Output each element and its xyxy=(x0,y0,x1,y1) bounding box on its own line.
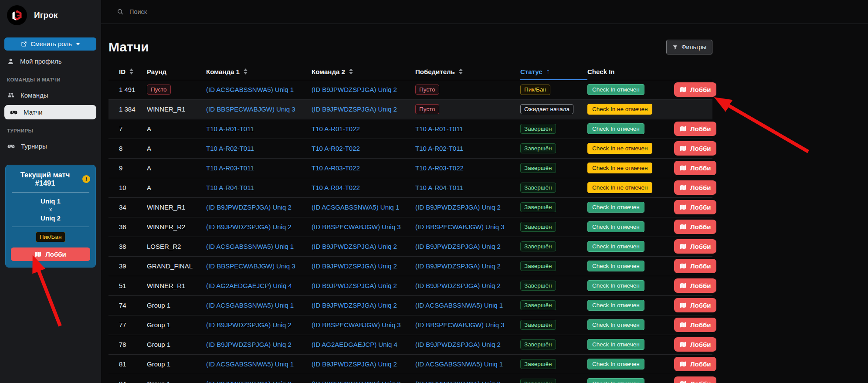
team1-cell: (ID ACSGABSSNWA5) Uniq 1 xyxy=(206,354,312,374)
lobby-button[interactable]: Лобби xyxy=(674,220,716,234)
team2-link[interactable]: T10 A-R01-T022 xyxy=(312,125,360,132)
team1-link[interactable]: (ID AG2AEDGAEJCP) Uniq 4 xyxy=(206,282,292,289)
sidebar-item-profile[interactable]: Мой профиль xyxy=(0,54,101,68)
team1-link[interactable]: (ID ACSGABSSNWA5) Uniq 1 xyxy=(206,86,294,93)
empty-badge: Пусто xyxy=(415,104,439,115)
team1-link[interactable]: (ID B9JPWDZSPJGA) Uniq 2 xyxy=(206,380,292,383)
lobby-button[interactable]: Лобби xyxy=(674,200,716,214)
lobby-button[interactable]: Лобби xyxy=(674,239,716,254)
team2-link[interactable]: (ID BBSPECWABJGW) Uniq 3 xyxy=(312,380,400,383)
team2-link[interactable]: (ID BBSPECWABJGW) Uniq 3 xyxy=(312,321,400,329)
map-icon xyxy=(35,251,41,258)
status-cell: Пик/Бан xyxy=(520,80,587,99)
lobby-button[interactable]: Лобби xyxy=(674,82,716,97)
lobby-button[interactable]: Лобби xyxy=(674,180,716,195)
winner-cell: (ID B9JPWDZSPJGA) Uniq 2 xyxy=(415,237,520,256)
column-header-Статус[interactable]: Статус↑ xyxy=(520,64,587,80)
team1-link[interactable]: (ID B9JPWDZSPJGA) Uniq 2 xyxy=(206,223,292,230)
sidebar-item-teams[interactable]: Команды xyxy=(0,88,101,102)
winner-link[interactable]: T10 A-R01-T011 xyxy=(415,125,463,132)
winner-cell: (ID BBSPECWABJGW) Uniq 3 xyxy=(415,217,520,237)
column-header-Раунд[interactable]: Раунд xyxy=(147,64,206,80)
team1-cell: (ID B9JPWDZSPJGA) Uniq 2 xyxy=(206,217,312,237)
column-header-Победитель[interactable]: Победитель xyxy=(415,64,520,80)
lobby-button[interactable]: Лобби xyxy=(674,122,716,136)
status-cell: Завершён xyxy=(520,119,587,139)
team2-link[interactable]: (ID B9JPWDZSPJGA) Uniq 2 xyxy=(312,105,397,113)
team2-link[interactable]: T10 A-R02-T022 xyxy=(312,145,360,152)
topbar xyxy=(101,0,868,24)
filters-button[interactable]: Фильтры xyxy=(666,40,712,54)
team2-link[interactable]: (ID B9JPWDZSPJGA) Uniq 2 xyxy=(312,302,397,309)
status-cell: Завершён xyxy=(520,295,587,315)
team2-link[interactable]: (ID B9JPWDZSPJGA) Uniq 2 xyxy=(312,282,397,289)
team1-link[interactable]: T10 A-R02-T011 xyxy=(206,145,254,152)
lobby-button[interactable]: Лобби xyxy=(674,318,716,332)
lobby-button[interactable]: Лобби xyxy=(674,161,716,175)
team1-link[interactable]: (ID BBSPECWABJGW) Uniq 3 xyxy=(206,262,295,270)
lobby-button[interactable]: Лобби xyxy=(674,376,716,383)
team1-link[interactable]: T10 A-R01-T011 xyxy=(206,125,254,132)
status-cell: Завершён xyxy=(520,256,587,276)
lobby-button[interactable]: Лобби xyxy=(674,141,716,156)
team2-link[interactable]: (ID ACSGABSSNWA5) Uniq 1 xyxy=(312,203,399,211)
lobby-button[interactable]: Лобби xyxy=(674,278,716,293)
winner-cell: (ID B9JPWDZSPJGA) Uniq 2 xyxy=(415,197,520,217)
team2-link[interactable]: (ID B9JPWDZSPJGA) Uniq 2 xyxy=(312,243,397,250)
winner-link[interactable]: (ID ACSGABSSNWA5) Uniq 1 xyxy=(415,302,503,309)
team1-link[interactable]: (ID B9JPWDZSPJGA) Uniq 2 xyxy=(206,321,292,329)
team2-link[interactable]: (ID AG2AEDGAEJCP) Uniq 4 xyxy=(312,341,397,348)
lobby-button[interactable]: Лобби xyxy=(11,247,90,261)
actions-cell: Лобби xyxy=(674,374,712,383)
gamepad-icon xyxy=(10,108,18,116)
team1-link[interactable]: (ID ACSGABSSNWA5) Uniq 1 xyxy=(206,360,294,368)
winner-link[interactable]: (ID B9JPWDZSPJGA) Uniq 2 xyxy=(415,243,501,250)
winner-link[interactable]: T10 A-R03-T022 xyxy=(415,164,464,172)
winner-link[interactable]: (ID B9JPWDZSPJGA) Uniq 2 xyxy=(415,380,501,383)
actions-cell: Лобби xyxy=(674,256,712,276)
winner-link[interactable]: T10 A-R04-T011 xyxy=(415,184,463,191)
column-header-Check In[interactable]: Check In xyxy=(587,64,674,80)
info-icon[interactable]: i xyxy=(82,175,90,183)
team1-link[interactable]: T10 A-R04-T011 xyxy=(206,184,254,191)
team1-link[interactable]: (ID B9JPWDZSPJGA) Uniq 2 xyxy=(206,341,292,348)
column-header-Команда 2[interactable]: Команда 2 xyxy=(312,64,415,80)
team2-link[interactable]: (ID B9JPWDZSPJGA) Uniq 2 xyxy=(312,360,397,368)
switch-role-button[interactable]: Сменить роль xyxy=(4,37,96,51)
search-input[interactable] xyxy=(129,8,356,15)
sidebar: Игрок Сменить роль Мой профиль КОМАНДЫ И… xyxy=(0,0,101,383)
lobby-button[interactable]: Лобби xyxy=(674,337,716,352)
column-header-ID[interactable]: ID xyxy=(108,64,147,80)
lobby-button[interactable]: Лобби xyxy=(674,357,716,371)
winner-cell: T10 A-R03-T022 xyxy=(415,158,520,178)
sidebar-item-tournaments[interactable]: Турниры xyxy=(0,139,101,154)
winner-link[interactable]: (ID B9JPWDZSPJGA) Uniq 2 xyxy=(415,262,501,270)
lobby-button[interactable]: Лобби xyxy=(674,298,716,312)
winner-link[interactable]: (ID B9JPWDZSPJGA) Uniq 2 xyxy=(415,203,501,211)
finished-badge: Завершён xyxy=(520,143,556,154)
winner-link[interactable]: T10 A-R02-T011 xyxy=(415,145,463,152)
team1-link[interactable]: (ID ACSGABSSNWA5) Uniq 1 xyxy=(206,302,294,309)
team1-link[interactable]: (ID ACSGABSSNWA5) Uniq 1 xyxy=(206,243,294,250)
winner-link[interactable]: (ID ACSGABSSNWA5) Uniq 1 xyxy=(415,360,503,368)
team2-link[interactable]: (ID BBSPECWABJGW) Uniq 3 xyxy=(312,223,400,230)
winner-link[interactable]: (ID BBSPECWABJGW) Uniq 3 xyxy=(415,321,504,329)
team2-link[interactable]: (ID B9JPWDZSPJGA) Uniq 2 xyxy=(312,86,397,93)
match-id-cell: 34 xyxy=(108,197,147,217)
team1-link[interactable]: (ID B9JPWDZSPJGA) Uniq 2 xyxy=(206,203,292,211)
column-header-Команда 1[interactable]: Команда 1 xyxy=(206,64,312,80)
team1-link[interactable]: T10 A-R03-T011 xyxy=(206,164,254,172)
team2-link[interactable]: T10 A-R04-T022 xyxy=(312,184,360,191)
sidebar-item-matches[interactable]: Матчи xyxy=(4,105,96,119)
match-id-cell: 1 491 xyxy=(108,80,147,99)
winner-link[interactable]: (ID B9JPWDZSPJGA) Uniq 2 xyxy=(415,282,501,289)
users-icon xyxy=(7,91,15,99)
lobby-button[interactable]: Лобби xyxy=(674,259,716,273)
team2-link[interactable]: (ID B9JPWDZSPJGA) Uniq 2 xyxy=(312,262,397,270)
winner-link[interactable]: (ID BBSPECWABJGW) Uniq 3 xyxy=(415,223,504,230)
winner-cell: Пусто xyxy=(415,80,520,99)
team1-link[interactable]: (ID BBSPECWABJGW) Uniq 3 xyxy=(206,105,295,113)
winner-link[interactable]: (ID B9JPWDZSPJGA) Uniq 2 xyxy=(415,341,501,348)
round-cell: Group 1 xyxy=(147,335,206,354)
team2-link[interactable]: T10 A-R03-T022 xyxy=(312,164,360,172)
